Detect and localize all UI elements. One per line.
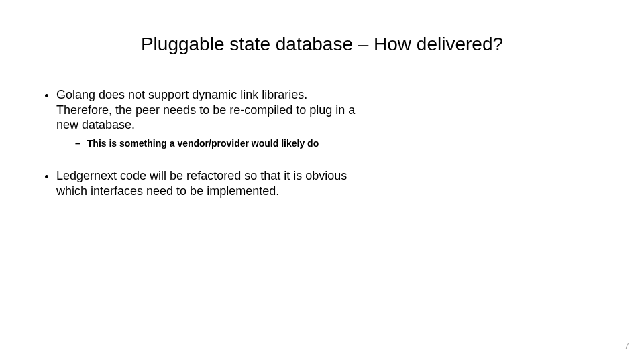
page-number: 7 [624, 341, 629, 351]
bullet-item: Golang does not support dynamic link lib… [56, 87, 362, 149]
sub-bullet-item: This is something a vendor/provider woul… [75, 138, 362, 150]
slide: Pluggable state database – How delivered… [0, 0, 644, 362]
bullet-text: Golang does not support dynamic link lib… [56, 88, 355, 131]
sub-bullet-list: This is something a vendor/provider woul… [56, 138, 362, 150]
bullet-text: Ledgernext code will be refactored so th… [56, 169, 347, 198]
bullet-item: Ledgernext code will be refactored so th… [56, 168, 362, 198]
slide-title: Pluggable state database – How delivered… [0, 34, 644, 55]
sub-bullet-text: This is something a vendor/provider woul… [87, 138, 319, 149]
bullet-list: Golang does not support dynamic link lib… [40, 87, 362, 198]
slide-body: Golang does not support dynamic link lib… [40, 87, 362, 217]
